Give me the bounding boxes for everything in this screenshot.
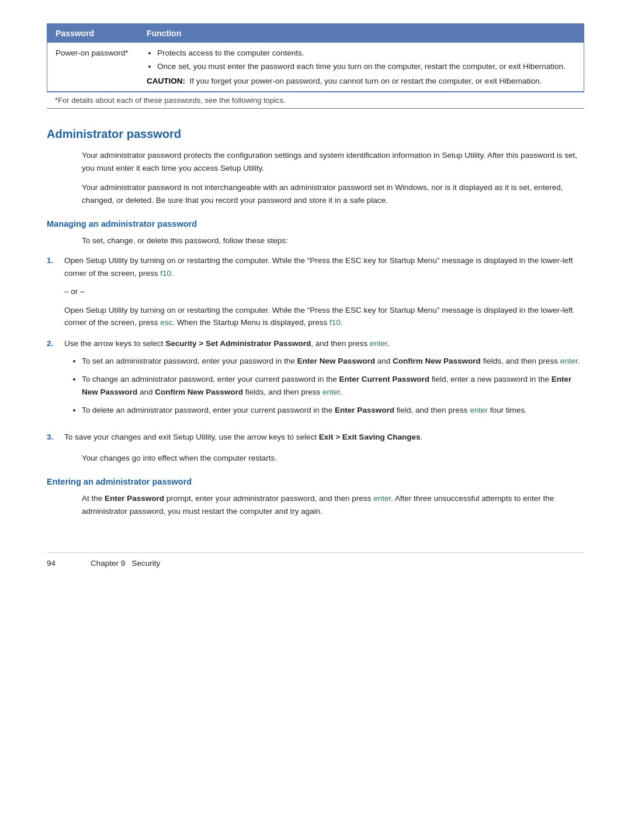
step-1b-text: Open Setup Utility by turning on or rest… <box>64 304 584 329</box>
sub-bullet-change: To change an administrator password, ent… <box>82 373 584 398</box>
step-3-number: 3. <box>47 431 58 444</box>
caution-text: If you forget your power-on password, yo… <box>190 77 542 85</box>
table-footer: *For details about each of these passwor… <box>47 92 584 109</box>
step-3-bold: Exit > Exit Saving Changes <box>319 433 421 441</box>
function-cell: Protects access to the computer contents… <box>138 43 584 92</box>
sub-set-bold1: Enter New Password <box>297 357 375 365</box>
step-1a-link: f10 <box>160 269 171 278</box>
step-2-number: 2. <box>47 337 58 423</box>
step-1: 1. Open Setup Utility by turning on or r… <box>47 254 584 329</box>
step-1b-mid: . When the Startup Menu is displayed, pr… <box>172 318 330 327</box>
step-1b-end: . <box>341 318 343 327</box>
sub-bullet-delete: To delete an administrator password, ent… <box>82 404 584 417</box>
step-2-bold: Security > Set Administrator Password <box>165 339 311 348</box>
password-table-section: Password Function Power-on password* Pro… <box>47 23 584 109</box>
sub-change-mid: field, enter a new password in the <box>429 375 552 383</box>
function-bullets: Protects access to the computer contents… <box>147 49 575 71</box>
or-separator: – or – <box>64 285 584 298</box>
col-function-header: Function <box>138 24 584 43</box>
entering-bold1: Enter Password <box>105 494 164 503</box>
step-1b-link2: f10 <box>330 318 341 327</box>
step-2: 2. Use the arrow keys to select Security… <box>47 337 584 423</box>
step-1a-text: Open Setup Utility by turning on or rest… <box>64 256 573 278</box>
sub-set-link: enter <box>560 357 578 365</box>
page-footer: 94 Chapter 9 Security <box>47 552 584 568</box>
step-3-content: To save your changes and exit Setup Util… <box>64 431 584 444</box>
entering-heading: Entering an administrator password <box>47 477 584 486</box>
sub-set-after: fields, and then press <box>481 357 560 365</box>
sub-set-mid: and <box>375 357 393 365</box>
entering-before: At the <box>82 494 105 503</box>
section-para1: Your administrator password protects the… <box>82 149 584 174</box>
sub-delete-end: four times. <box>488 406 527 414</box>
entering-mid: prompt, enter your administrator passwor… <box>164 494 373 503</box>
admin-password-section: Administrator password Your administrato… <box>47 127 584 517</box>
sub-delete-before: To delete an administrator password, ent… <box>82 406 335 414</box>
sub-change-after: fields, and then press <box>243 388 323 396</box>
page-number: 94 <box>47 559 56 568</box>
bullet-2: Once set, you must enter the password ea… <box>157 62 575 71</box>
chapter-title: Security <box>132 559 161 568</box>
step-2-end: . <box>387 339 390 348</box>
entering-text: At the Enter Password prompt, enter your… <box>82 492 584 517</box>
step-2-content: Use the arrow keys to select Security > … <box>64 337 584 423</box>
step-3-end: . <box>420 433 422 441</box>
section-title: Administrator password <box>47 127 584 141</box>
step-2-sub-bullets: To set an administrator password, enter … <box>82 355 584 417</box>
caution-line: CAUTION: If you forget your power-on pas… <box>147 77 575 85</box>
section-para2: Your administrator password is not inter… <box>82 181 584 206</box>
step-3-before: To save your changes and exit Setup Util… <box>64 433 319 441</box>
changes-note: Your changes go into effect when the com… <box>82 452 584 465</box>
step-1-content: Open Setup Utility by turning on or rest… <box>64 254 584 329</box>
step-1a-after: . <box>171 269 174 278</box>
sub-change-mid2: and <box>137 388 155 396</box>
password-table: Password Function Power-on password* Pro… <box>47 23 584 92</box>
sub-bullet-set: To set an administrator password, enter … <box>82 355 584 368</box>
chapter-label: Chapter 9 <box>91 559 125 568</box>
entering-link: enter <box>373 494 391 503</box>
sub-change-end: . <box>340 388 342 396</box>
col-password-header: Password <box>47 24 139 43</box>
footer-chapter: Chapter 9 Security <box>91 559 160 568</box>
sub-change-link: enter <box>323 388 340 396</box>
bullet-1: Protects access to the computer contents… <box>157 49 575 57</box>
sub-set-before: To set an administrator password, enter … <box>82 357 297 365</box>
caution-label: CAUTION: <box>147 77 190 85</box>
step-2-intro: Use the arrow keys to select <box>64 339 165 348</box>
managing-heading: Managing an administrator password <box>47 219 584 229</box>
sub-change-bold1: Enter Current Password <box>339 375 429 383</box>
sub-change-before: To change an administrator password, ent… <box>82 375 339 383</box>
step-1-number: 1. <box>47 254 58 329</box>
step-2-mid: , and then press <box>311 339 370 348</box>
managing-intro: To set, change, or delete this password,… <box>82 234 584 247</box>
step-1b-link1: esc <box>160 318 172 327</box>
sub-change-bold3: Confirm New Password <box>155 388 243 396</box>
sub-delete-bold1: Enter Password <box>335 406 394 414</box>
step-3: 3. To save your changes and exit Setup U… <box>47 431 584 444</box>
sub-set-bold2: Confirm New Password <box>393 357 481 365</box>
sub-delete-link: enter <box>470 406 488 414</box>
table-row: Power-on password* Protects access to th… <box>47 43 584 92</box>
steps-list: 1. Open Setup Utility by turning on or r… <box>47 254 584 444</box>
sub-delete-after: field, and then press <box>394 406 470 414</box>
step-2-link: enter <box>370 339 387 348</box>
power-on-password-cell: Power-on password* <box>47 43 139 92</box>
sub-set-end: . <box>578 357 580 365</box>
